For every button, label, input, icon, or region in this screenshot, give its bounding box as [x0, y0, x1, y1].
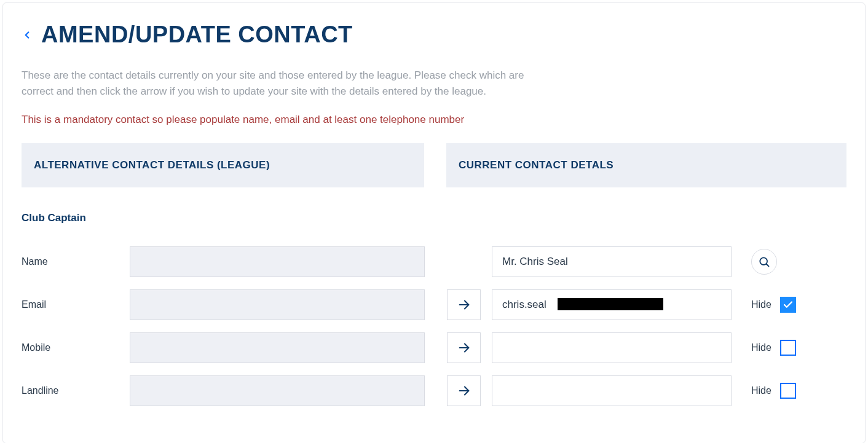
mandatory-note: This is a mandatory contact so please po…	[22, 114, 846, 126]
label-email: Email	[22, 299, 130, 310]
transfer-mobile-button[interactable]	[447, 332, 481, 363]
row-mobile: Mobile Hide	[22, 332, 846, 363]
page-header: AMEND/UPDATE CONTACT	[22, 22, 846, 48]
row-email: Email Hide	[22, 289, 846, 320]
hide-email-checkbox[interactable]	[780, 297, 796, 313]
section-headers: ALTERNATIVE CONTACT DETAILS (LEAGUE) CUR…	[22, 143, 846, 187]
svg-line-1	[767, 264, 769, 267]
back-button[interactable]	[22, 28, 33, 42]
redacted-area	[558, 298, 663, 310]
page-container: AMEND/UPDATE CONTACT These are the conta…	[2, 2, 866, 443]
check-icon	[783, 299, 794, 310]
current-mobile-input[interactable]	[492, 332, 732, 363]
label-landline: Landline	[22, 385, 130, 396]
transfer-email-button[interactable]	[447, 289, 481, 320]
hide-landline-label: Hide	[751, 385, 771, 396]
label-name: Name	[22, 256, 130, 267]
page-title: AMEND/UPDATE CONTACT	[41, 22, 353, 48]
alternative-section-header: ALTERNATIVE CONTACT DETAILS (LEAGUE)	[22, 143, 424, 187]
league-mobile-input	[130, 332, 425, 363]
row-landline: Landline Hide	[22, 375, 846, 406]
search-contact-button[interactable]	[751, 249, 777, 275]
current-landline-input[interactable]	[492, 375, 732, 406]
arrow-right-icon	[457, 384, 471, 398]
league-name-input	[130, 246, 425, 277]
league-email-input	[130, 289, 425, 320]
arrow-right-icon	[457, 341, 471, 355]
current-name-input[interactable]	[492, 246, 732, 277]
intro-text: These are the contact details currently …	[22, 68, 556, 99]
chevron-left-icon	[22, 28, 33, 42]
transfer-landline-button[interactable]	[447, 375, 481, 406]
label-mobile: Mobile	[22, 342, 130, 353]
arrow-right-icon	[457, 298, 471, 312]
hide-landline-checkbox[interactable]	[780, 383, 796, 399]
hide-mobile-checkbox[interactable]	[780, 340, 796, 356]
league-landline-input	[130, 375, 425, 406]
hide-mobile-label: Hide	[751, 342, 771, 353]
row-name: Name	[22, 246, 846, 277]
role-title: Club Captain	[22, 212, 846, 224]
hide-email-label: Hide	[751, 299, 771, 310]
search-icon	[758, 256, 770, 268]
current-section-header: CURRENT CONTACT DETALS	[446, 143, 846, 187]
